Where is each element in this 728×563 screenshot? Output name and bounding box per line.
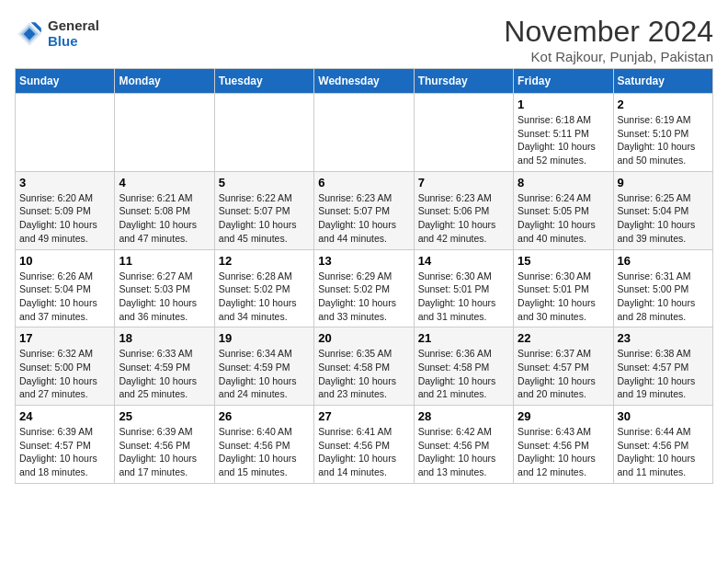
day-number: 20 (318, 331, 409, 345)
calendar-cell: 19Sunrise: 6:34 AM Sunset: 4:59 PM Dayli… (214, 327, 313, 406)
day-number: 8 (518, 176, 609, 190)
day-number: 21 (418, 331, 509, 345)
week-row-4: 17Sunrise: 6:32 AM Sunset: 5:00 PM Dayli… (16, 327, 713, 406)
calendar-cell: 20Sunrise: 6:35 AM Sunset: 4:58 PM Dayli… (314, 327, 414, 406)
day-number: 14 (418, 254, 509, 268)
day-info: Sunrise: 6:35 AM Sunset: 4:58 PM Dayligh… (318, 347, 409, 401)
logo-text: General Blue (48, 18, 99, 49)
day-info: Sunrise: 6:34 AM Sunset: 4:59 PM Dayligh… (219, 347, 310, 401)
day-info: Sunrise: 6:30 AM Sunset: 5:01 PM Dayligh… (518, 270, 609, 324)
col-wednesday: Wednesday (314, 69, 414, 94)
day-number: 30 (618, 409, 709, 423)
day-info: Sunrise: 6:28 AM Sunset: 5:02 PM Dayligh… (219, 270, 310, 324)
day-info: Sunrise: 6:25 AM Sunset: 5:04 PM Dayligh… (618, 191, 709, 246)
calendar-cell (115, 94, 214, 172)
day-info: Sunrise: 6:31 AM Sunset: 5:00 PM Dayligh… (618, 270, 709, 324)
calendar-cell: 18Sunrise: 6:33 AM Sunset: 4:59 PM Dayli… (115, 327, 214, 406)
day-info: Sunrise: 6:18 AM Sunset: 5:11 PM Dayligh… (518, 113, 609, 167)
calendar-cell: 10Sunrise: 6:26 AM Sunset: 5:04 PM Dayli… (16, 249, 115, 327)
day-info: Sunrise: 6:43 AM Sunset: 4:56 PM Dayligh… (518, 425, 609, 479)
calendar-cell (214, 94, 313, 172)
week-row-2: 3Sunrise: 6:20 AM Sunset: 5:09 PM Daylig… (16, 171, 713, 249)
calendar-cell: 6Sunrise: 6:23 AM Sunset: 5:07 PM Daylig… (314, 171, 414, 249)
day-number: 26 (219, 409, 310, 423)
calendar-header: Sunday Monday Tuesday Wednesday Thursday… (16, 69, 713, 94)
location-title: Kot Rajkour, Punjab, Pakistan (504, 49, 713, 64)
calendar-cell: 16Sunrise: 6:31 AM Sunset: 5:00 PM Dayli… (613, 249, 712, 327)
day-info: Sunrise: 6:23 AM Sunset: 5:06 PM Dayligh… (418, 191, 509, 246)
calendar-cell: 24Sunrise: 6:39 AM Sunset: 4:57 PM Dayli… (16, 406, 115, 484)
day-info: Sunrise: 6:38 AM Sunset: 4:57 PM Dayligh… (618, 347, 709, 401)
col-thursday: Thursday (414, 69, 513, 94)
day-number: 9 (618, 176, 709, 190)
day-info: Sunrise: 6:41 AM Sunset: 4:56 PM Dayligh… (318, 425, 409, 479)
day-info: Sunrise: 6:27 AM Sunset: 5:03 PM Dayligh… (119, 270, 210, 324)
week-row-3: 10Sunrise: 6:26 AM Sunset: 5:04 PM Dayli… (16, 249, 713, 327)
day-number: 13 (318, 254, 409, 268)
day-number: 12 (219, 254, 310, 268)
day-number: 24 (19, 409, 110, 423)
day-info: Sunrise: 6:39 AM Sunset: 4:56 PM Dayligh… (119, 425, 210, 479)
day-number: 6 (318, 176, 409, 190)
calendar-cell (314, 94, 414, 172)
col-friday: Friday (514, 69, 613, 94)
day-number: 17 (19, 331, 110, 345)
header: General Blue November 2024 Kot Rajkour, … (15, 15, 713, 64)
month-title: November 2024 (504, 15, 713, 49)
day-number: 25 (119, 409, 210, 423)
calendar-cell (414, 94, 513, 172)
day-number: 27 (318, 409, 409, 423)
day-number: 22 (518, 331, 609, 345)
calendar-cell: 5Sunrise: 6:22 AM Sunset: 5:07 PM Daylig… (214, 171, 313, 249)
logo-icon (15, 19, 44, 49)
logo-general-label: General (48, 18, 99, 34)
calendar-body: 1Sunrise: 6:18 AM Sunset: 5:11 PM Daylig… (16, 94, 713, 484)
calendar-cell: 21Sunrise: 6:36 AM Sunset: 4:58 PM Dayli… (414, 327, 513, 406)
day-number: 3 (19, 176, 110, 190)
calendar-cell: 27Sunrise: 6:41 AM Sunset: 4:56 PM Dayli… (314, 406, 414, 484)
col-monday: Monday (115, 69, 214, 94)
day-info: Sunrise: 6:37 AM Sunset: 4:57 PM Dayligh… (518, 347, 609, 401)
day-number: 1 (518, 98, 609, 111)
calendar-cell: 11Sunrise: 6:27 AM Sunset: 5:03 PM Dayli… (115, 249, 214, 327)
calendar-cell: 3Sunrise: 6:20 AM Sunset: 5:09 PM Daylig… (16, 171, 115, 249)
day-info: Sunrise: 6:32 AM Sunset: 5:00 PM Dayligh… (19, 347, 110, 401)
week-row-5: 24Sunrise: 6:39 AM Sunset: 4:57 PM Dayli… (16, 406, 713, 484)
calendar-table: Sunday Monday Tuesday Wednesday Thursday… (15, 68, 713, 484)
week-row-1: 1Sunrise: 6:18 AM Sunset: 5:11 PM Daylig… (16, 94, 713, 172)
col-sunday: Sunday (16, 69, 115, 94)
calendar-cell: 2Sunrise: 6:19 AM Sunset: 5:10 PM Daylig… (613, 94, 712, 172)
day-info: Sunrise: 6:33 AM Sunset: 4:59 PM Dayligh… (119, 347, 210, 401)
day-info: Sunrise: 6:39 AM Sunset: 4:57 PM Dayligh… (19, 425, 110, 479)
day-number: 16 (618, 254, 709, 268)
day-number: 23 (618, 331, 709, 345)
day-info: Sunrise: 6:36 AM Sunset: 4:58 PM Dayligh… (418, 347, 509, 401)
day-info: Sunrise: 6:30 AM Sunset: 5:01 PM Dayligh… (418, 270, 509, 324)
calendar-cell: 14Sunrise: 6:30 AM Sunset: 5:01 PM Dayli… (414, 249, 513, 327)
calendar-cell: 17Sunrise: 6:32 AM Sunset: 5:00 PM Dayli… (16, 327, 115, 406)
calendar-cell: 1Sunrise: 6:18 AM Sunset: 5:11 PM Daylig… (514, 94, 613, 172)
day-number: 5 (219, 176, 310, 190)
calendar-cell: 30Sunrise: 6:44 AM Sunset: 4:56 PM Dayli… (613, 406, 712, 484)
day-info: Sunrise: 6:40 AM Sunset: 4:56 PM Dayligh… (219, 425, 310, 479)
calendar-cell: 4Sunrise: 6:21 AM Sunset: 5:08 PM Daylig… (115, 171, 214, 249)
day-number: 15 (518, 254, 609, 268)
col-saturday: Saturday (613, 69, 712, 94)
header-row: Sunday Monday Tuesday Wednesday Thursday… (16, 69, 713, 94)
calendar-cell: 12Sunrise: 6:28 AM Sunset: 5:02 PM Dayli… (214, 249, 313, 327)
day-number: 10 (19, 254, 110, 268)
col-tuesday: Tuesday (214, 69, 313, 94)
day-number: 11 (119, 254, 210, 268)
calendar-cell: 29Sunrise: 6:43 AM Sunset: 4:56 PM Dayli… (514, 406, 613, 484)
logo-blue-label: Blue (48, 34, 99, 50)
day-info: Sunrise: 6:44 AM Sunset: 4:56 PM Dayligh… (618, 425, 709, 479)
calendar-cell: 22Sunrise: 6:37 AM Sunset: 4:57 PM Dayli… (514, 327, 613, 406)
day-number: 28 (418, 409, 509, 423)
calendar-cell: 9Sunrise: 6:25 AM Sunset: 5:04 PM Daylig… (613, 171, 712, 249)
title-area: November 2024 Kot Rajkour, Punjab, Pakis… (504, 15, 713, 64)
day-info: Sunrise: 6:42 AM Sunset: 4:56 PM Dayligh… (418, 425, 509, 479)
calendar-cell: 13Sunrise: 6:29 AM Sunset: 5:02 PM Dayli… (314, 249, 414, 327)
calendar-cell: 26Sunrise: 6:40 AM Sunset: 4:56 PM Dayli… (214, 406, 313, 484)
day-number: 29 (518, 409, 609, 423)
day-info: Sunrise: 6:26 AM Sunset: 5:04 PM Dayligh… (19, 270, 110, 324)
